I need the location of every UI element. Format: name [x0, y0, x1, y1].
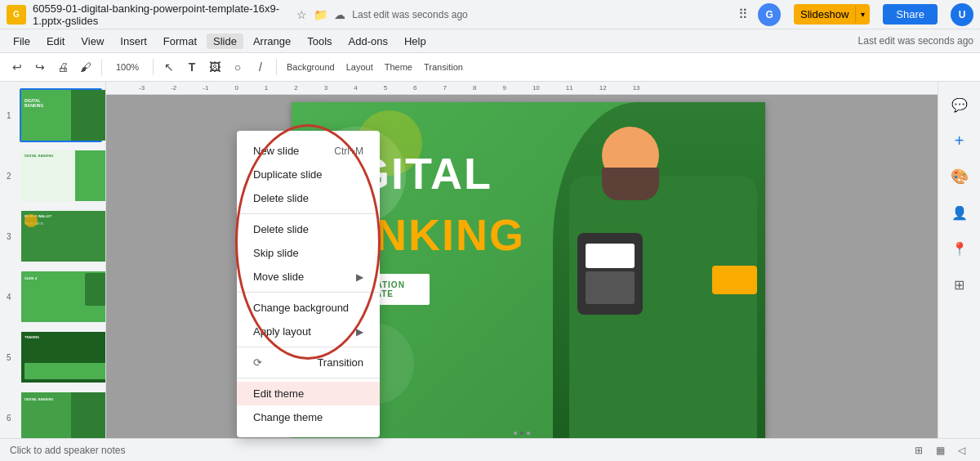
credit-card — [712, 266, 757, 294]
bottom-bar: Click to add speaker notes ⊞ ▦ ◁ — [0, 438, 980, 461]
slide-thumbnail-1: DIGITALBANKING — [21, 90, 106, 141]
dropdown-item-skip-slide[interactable]: Skip slide — [237, 241, 380, 265]
dropdown-item-new-slide[interactable]: New slide Ctrl+M — [237, 139, 380, 163]
line-tool[interactable]: / — [250, 56, 271, 78]
sidebar-location-icon[interactable]: 📍 — [943, 232, 976, 265]
share-button[interactable]: Share — [883, 4, 938, 25]
slide-thumb-1[interactable]: 1 DIGITALBANKING — [20, 88, 102, 142]
menu-addons[interactable]: Add-ons — [342, 34, 394, 49]
dropdown-section-theme: Edit theme Change theme — [237, 378, 380, 432]
menu-slide[interactable]: Slide — [207, 34, 243, 49]
dropdown-section-3: Change background Apply layout ▶ — [237, 293, 380, 347]
grid-view-icon[interactable]: ⊞ — [910, 441, 928, 459]
menu-arrange[interactable]: Arrange — [247, 34, 297, 49]
slide-num-5: 5 — [7, 353, 11, 362]
slide-thumb-6[interactable]: 6 DIGITAL BANKING — [20, 391, 102, 445]
slideshow-arrow-icon[interactable]: ▾ — [855, 6, 870, 23]
dropdown-item-move-slide[interactable]: Move slide ▶ — [237, 265, 380, 289]
slide-thumb-3[interactable]: 3 MOBILE WALLET PRESENTATION — [20, 209, 102, 263]
star-icon[interactable]: ☆ — [296, 8, 307, 21]
sidebar-expand-icon[interactable]: ⊞ — [943, 268, 976, 301]
slideshow-dropdown[interactable]: Slideshow ▾ — [794, 4, 870, 25]
canvas-area: -3 -2 -1 0 1 2 3 4 5 6 7 8 9 10 11 12 13 — [106, 82, 938, 461]
back-icon[interactable]: ◁ — [952, 441, 970, 459]
notes-label[interactable]: Click to add speaker notes — [10, 445, 910, 456]
dropdown-section-toolbar: New slide Ctrl+M Duplicate slide Delete … — [237, 136, 380, 214]
filmstrip-view-icon[interactable]: ▦ — [931, 441, 949, 459]
dropdown-item-delete-slide-top[interactable]: Delete slide — [237, 186, 380, 210]
doc-title[interactable]: 60559-01-digital-banking-powerpoint-temp… — [33, 2, 290, 27]
dropdown-item-apply-layout[interactable]: Apply layout ▶ — [237, 320, 380, 343]
scroll-dot-2 — [520, 432, 523, 435]
slide-dropdown-menu: New slide Ctrl+M Duplicate slide Delete … — [237, 131, 380, 437]
main-area: 1 DIGITALBANKING 2 DIGITAL BANKING 3 — [0, 82, 980, 461]
card-terminal — [577, 233, 643, 315]
redo-button[interactable]: ↪ — [29, 56, 51, 78]
dropdown-item-edit-theme[interactable]: Edit theme — [237, 382, 380, 405]
menu-edit[interactable]: Edit — [40, 34, 71, 49]
last-edit-status: Last edit was seconds ago — [858, 35, 973, 47]
paint-format-button[interactable]: 🖌 — [75, 56, 96, 78]
folder-icon[interactable]: 📁 — [314, 8, 327, 21]
person-body — [569, 176, 757, 454]
dropdown-item-transition[interactable]: ⟳ Transition — [237, 351, 380, 374]
print-button[interactable]: 🖨 — [52, 56, 74, 78]
toolbar-divider-2 — [153, 59, 154, 75]
menu-view[interactable]: View — [74, 34, 110, 49]
ruler-top: -3 -2 -1 0 1 2 3 4 5 6 7 8 9 10 11 12 13 — [106, 82, 938, 95]
toolbar: ↩ ↪ 🖨 🖌 100% ↖ T 🖼 ○ / Background Layout… — [0, 52, 980, 82]
dropdown-item-change-background[interactable]: Change background — [237, 296, 380, 320]
sidebar-person-icon[interactable]: 👤 — [943, 196, 976, 229]
title-bar: G 60559-01-digital-banking-powerpoint-te… — [0, 0, 980, 29]
slide-num-4: 4 — [7, 293, 11, 302]
slide-thumbnail-5: TRADING — [21, 332, 106, 383]
image-tool[interactable]: 🖼 — [204, 56, 225, 78]
user-avatar[interactable]: U — [951, 3, 973, 26]
sidebar-comments-icon[interactable]: 💬 — [943, 88, 976, 121]
slide-num-6: 6 — [7, 414, 11, 423]
dropdown-section-2: Delete slide Skip slide Move slide ▶ — [237, 214, 380, 293]
toolbar-divider-1 — [101, 59, 102, 75]
shapes-tool[interactable]: ○ — [227, 56, 248, 78]
terminal-keypad — [586, 271, 635, 304]
transition-icon: ⟳ — [253, 356, 262, 369]
scroll-indicator — [514, 432, 530, 435]
slide-thumbnail-2: DIGITAL BANKING — [21, 150, 106, 201]
slide-num-1: 1 — [7, 111, 11, 120]
menu-tools[interactable]: Tools — [301, 34, 338, 49]
scroll-dot-1 — [514, 432, 517, 435]
toolbar-divider-3 — [276, 59, 277, 75]
sidebar-color-icon[interactable]: 🎨 — [943, 160, 976, 193]
slide-thumb-2[interactable]: 2 DIGITAL BANKING — [20, 149, 102, 203]
menu-help[interactable]: Help — [398, 34, 433, 49]
slide-thumb-4[interactable]: 4 SLIDE 4 — [20, 270, 102, 324]
menu-file[interactable]: File — [7, 34, 37, 49]
slide-thumbnail-4: SLIDE 4 — [21, 271, 106, 322]
menu-format[interactable]: Format — [157, 34, 203, 49]
slide-num-3: 3 — [7, 232, 11, 241]
undo-button[interactable]: ↩ — [7, 56, 28, 78]
slide-thumb-5[interactable]: 5 TRADING — [20, 330, 102, 384]
sidebar-add-icon[interactable]: + — [943, 124, 976, 157]
dropdown-item-duplicate-slide[interactable]: Duplicate slide — [237, 163, 380, 186]
menu-bar: File Edit View Insert Format Slide Arran… — [0, 29, 980, 52]
zoom-select[interactable]: 100% — [107, 56, 148, 78]
theme-button[interactable]: Theme — [380, 56, 417, 78]
menu-insert[interactable]: Insert — [114, 34, 154, 49]
dropdown-item-delete-slide[interactable]: Delete slide — [237, 217, 380, 241]
google-apps-icon[interactable]: ⠿ — [738, 7, 748, 22]
cursor-tool[interactable]: ↖ — [158, 56, 180, 78]
dropdown-section-transition: ⟳ Transition — [237, 347, 380, 378]
background-button[interactable]: Background — [282, 56, 340, 78]
text-tool[interactable]: T — [181, 56, 203, 78]
layout-button[interactable]: Layout — [341, 56, 378, 78]
view-controls: ⊞ ▦ ◁ — [910, 441, 970, 459]
cloud-icon[interactable]: ☁ — [334, 8, 345, 21]
dropdown-item-change-theme[interactable]: Change theme — [237, 405, 380, 429]
google-account-icon[interactable]: G — [758, 3, 781, 26]
transition-button[interactable]: Transition — [419, 56, 468, 78]
slideshow-label[interactable]: Slideshow — [794, 4, 855, 25]
right-sidebar: 💬 + 🎨 👤 📍 ⊞ — [938, 82, 980, 461]
slides-panel: 1 DIGITALBANKING 2 DIGITAL BANKING 3 — [0, 82, 106, 461]
slide-person — [553, 102, 765, 454]
